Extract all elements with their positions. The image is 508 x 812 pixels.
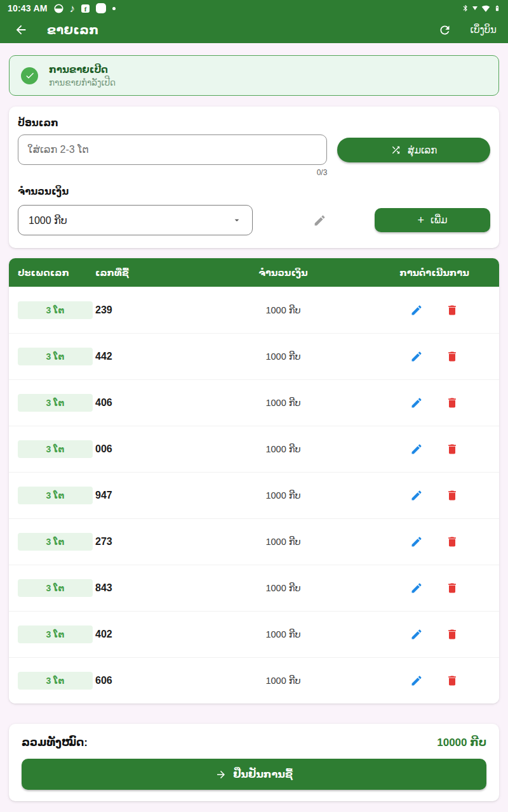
app-bar: ຂາຍເລກ ເບິ່ງບິນ — [0, 16, 508, 43]
char-counter: 0/3 — [18, 168, 327, 177]
table-header: ປະເພດເລກ ເລກທີ່ຊື້ ຈຳນວນເງິນ ການດຳເນີນກາ… — [9, 258, 499, 287]
add-button-label: ເພີ່ມ — [431, 214, 447, 226]
row-actions — [378, 440, 490, 458]
row-amount: 1000 ກີບ — [188, 537, 378, 547]
add-number-button[interactable]: + ເພີ່ມ — [375, 208, 490, 232]
delete-row-button[interactable] — [443, 394, 461, 412]
facebook-icon: f — [81, 4, 90, 13]
check-circle — [21, 67, 38, 84]
summary-row: ລວມທັງໝົດ: 10000 ກີບ — [22, 736, 486, 749]
edit-pencil-icon — [410, 396, 423, 409]
row-amount: 1000 ກີບ — [188, 583, 378, 593]
number-input-column: 0/3 — [18, 134, 327, 177]
row-actions — [378, 394, 490, 412]
number-type-badge: 3 ໂຕ — [18, 487, 93, 504]
number-type-badge: 3 ໂຕ — [18, 301, 93, 319]
random-button-label: ສຸ່ມເລກ — [408, 145, 438, 156]
edit-amount-button[interactable] — [313, 214, 326, 227]
edit-row-button[interactable] — [408, 440, 425, 458]
delete-row-button[interactable] — [443, 301, 461, 319]
number-type-badge: 3 ໂຕ — [18, 394, 93, 412]
number-field-label: ປ້ອນເລກ — [18, 117, 490, 129]
delete-row-button[interactable] — [443, 625, 461, 643]
table-row: 3 ໂຕ 947 1000 ກີບ — [9, 472, 499, 518]
app-bar-actions: ເບິ່ງບິນ — [435, 20, 498, 40]
status-left: 10:43 AM ♪ f — [8, 3, 116, 14]
delete-row-button[interactable] — [443, 672, 461, 690]
edit-row-button[interactable] — [408, 625, 425, 643]
trash-icon — [446, 396, 458, 409]
header-type: ປະເພດເລກ — [18, 268, 95, 278]
header-number: ເລກທີ່ຊື້ — [95, 268, 188, 278]
table-body: 3 ໂຕ 239 1000 ກີບ 3 ໂຕ 442 1000 ກີບ — [9, 287, 499, 704]
amount-select[interactable]: 1000 ກີບ — [18, 205, 253, 235]
edit-row-button[interactable] — [408, 348, 425, 365]
number-type-badge: 3 ໂຕ — [18, 348, 93, 365]
battery-icon — [494, 3, 500, 13]
bought-number: 442 — [95, 351, 188, 362]
edit-pencil-icon — [410, 304, 423, 317]
row-amount: 1000 ກີບ — [188, 398, 378, 408]
chevron-down-icon — [232, 215, 242, 225]
check-icon — [25, 70, 35, 81]
table-row: 3 ໂຕ 843 1000 ກີບ — [9, 565, 499, 611]
trash-icon — [446, 628, 458, 641]
number-input[interactable] — [18, 134, 327, 165]
row-actions — [378, 672, 490, 690]
edit-pencil-icon — [410, 582, 423, 594]
edit-pencil-icon — [410, 443, 423, 455]
status-bar: 10:43 AM ♪ f — [0, 0, 508, 16]
back-button[interactable] — [10, 19, 32, 41]
random-number-button[interactable]: ສຸ່ມເລກ — [337, 138, 490, 162]
edit-row-button[interactable] — [408, 579, 425, 597]
bought-number: 273 — [95, 536, 188, 547]
confirm-purchase-button[interactable]: ຢືນຢັນການຊື້ — [22, 759, 486, 790]
refresh-button[interactable] — [435, 20, 455, 40]
row-amount: 1000 ກີບ — [188, 676, 378, 686]
trash-icon — [446, 304, 458, 317]
edit-row-button[interactable] — [408, 301, 425, 319]
number-row: 0/3 ສຸ່ມເລກ — [18, 134, 490, 177]
total-label: ລວມທັງໝົດ: — [22, 736, 88, 749]
edit-pencil-icon — [410, 350, 423, 363]
trash-icon — [446, 489, 458, 502]
edit-row-button[interactable] — [408, 394, 425, 412]
row-actions — [378, 487, 490, 504]
row-actions — [378, 625, 490, 643]
back-arrow-icon — [14, 23, 28, 37]
delete-row-button[interactable] — [443, 579, 461, 597]
delete-row-button[interactable] — [443, 487, 461, 504]
row-amount: 1000 ກີບ — [188, 629, 378, 639]
tiktok-icon: ♪ — [70, 3, 76, 14]
clock-circle-icon — [54, 4, 64, 13]
table-row: 3 ໂຕ 402 1000 ກີບ — [9, 611, 499, 657]
edit-pencil-icon — [410, 535, 423, 548]
table-row: 3 ໂຕ 606 1000 ກີບ — [9, 657, 499, 704]
arrow-right-icon — [215, 769, 227, 780]
row-amount: 1000 ກີບ — [188, 305, 378, 315]
edit-pencil-icon — [410, 628, 423, 641]
total-value: 10000 ກີບ — [437, 736, 486, 749]
delete-row-button[interactable] — [443, 440, 461, 458]
row-amount: 1000 ກີບ — [188, 490, 378, 501]
bought-number: 006 — [95, 443, 188, 455]
number-type-badge: 3 ໂຕ — [18, 440, 93, 458]
number-type-badge: 3 ໂຕ — [18, 672, 93, 690]
edit-row-button[interactable] — [408, 487, 425, 504]
edit-row-button[interactable] — [408, 533, 425, 551]
delete-row-button[interactable] — [443, 533, 461, 551]
row-actions — [378, 579, 490, 597]
table-row: 3 ໂຕ 406 1000 ກີບ — [9, 379, 499, 426]
alert-subtitle: ການຂາຍກຳລັງເປີດ — [49, 77, 116, 88]
notification-dot — [112, 7, 116, 10]
amount-row: 1000 ກີບ + ເພີ່ມ — [18, 205, 490, 235]
delete-row-button[interactable] — [443, 348, 461, 365]
view-bill-link[interactable]: ເບິ່ງບິນ — [469, 22, 498, 38]
edit-row-button[interactable] — [408, 672, 425, 690]
alert-text: ການຂາຍເປີດ ການຂາຍກຳລັງເປີດ — [49, 64, 116, 88]
status-right — [462, 3, 500, 13]
entry-form-card: ປ້ອນເລກ 0/3 ສຸ່ມເລກ ຈຳນວນເງິນ 1000 ກີບ — [9, 107, 499, 248]
bought-number: 239 — [95, 304, 188, 316]
trash-icon — [446, 443, 458, 455]
table-row: 3 ໂຕ 006 1000 ກີບ — [9, 426, 499, 472]
